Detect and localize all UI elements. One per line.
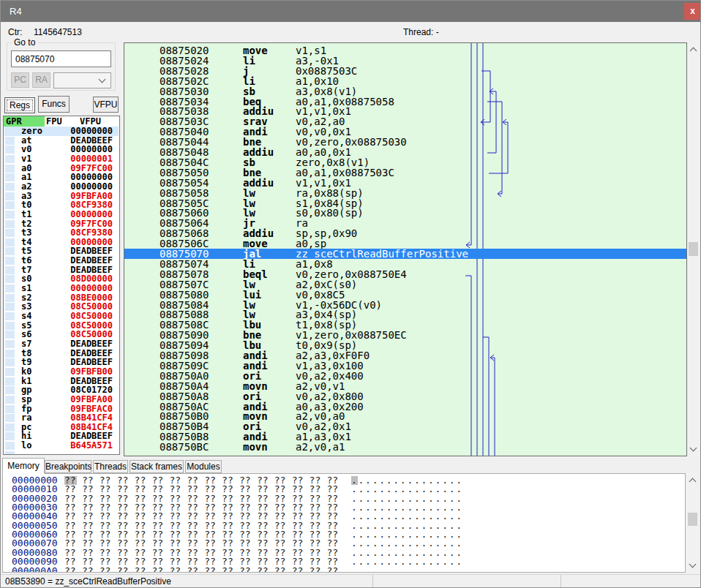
register-row-v1[interactable]: v100000001 bbox=[4, 154, 119, 164]
register-row-a2[interactable]: a200000000 bbox=[4, 182, 119, 192]
disasm-line[interactable]: 08875020movev1,s1 bbox=[124, 45, 686, 56]
disasm-line[interactable]: 0887509Candiv1,a3,0x100 bbox=[124, 361, 686, 371]
disasm-line[interactable]: 0887507Clwa2,0xC(s0) bbox=[124, 279, 686, 290]
memory-byte[interactable]: ?? bbox=[64, 567, 77, 573]
tab-stack-frames[interactable]: Stack frames bbox=[130, 460, 184, 473]
tab-breakpoints[interactable]: Breakpoints bbox=[45, 460, 91, 473]
register-row-k0[interactable]: k009FBFB00 bbox=[4, 367, 119, 377]
scrollbar-thumb[interactable] bbox=[688, 513, 697, 526]
memory-byte[interactable]: ?? bbox=[310, 567, 322, 573]
memory-byte[interactable]: ?? bbox=[169, 567, 181, 573]
vfpu-button[interactable]: VFPU bbox=[93, 97, 119, 113]
memory-ascii-char[interactable]: . bbox=[372, 567, 379, 573]
disasm-line[interactable]: 08875050bnea0,a1,0x0887503C bbox=[124, 167, 686, 178]
tab-memory[interactable]: Memory bbox=[2, 458, 45, 474]
register-row-t1[interactable]: t100000000 bbox=[4, 210, 119, 219]
disasm-line[interactable]: 08875068addiusp,sp,0x90 bbox=[124, 228, 686, 238]
disasm-line[interactable]: 088750A0oriv0,a2,0x400 bbox=[124, 371, 686, 381]
memory-byte[interactable]: ?? bbox=[82, 567, 94, 573]
memory-byte[interactable]: ?? bbox=[292, 567, 304, 573]
register-row-lo[interactable]: loB645A571 bbox=[4, 441, 119, 451]
disasm-line[interactable]: 08875058lwra,0x88(sp) bbox=[124, 188, 686, 198]
title-bar[interactable]: R4 x bbox=[1, 1, 701, 22]
pc-button[interactable]: PC bbox=[11, 72, 29, 88]
memory-view[interactable]: 00000000????????????????????????????????… bbox=[2, 473, 686, 573]
memory-ascii-char[interactable]: . bbox=[414, 567, 421, 573]
disasm-line[interactable]: 088750B8andia1,a3,0x1 bbox=[124, 431, 686, 442]
memory-byte[interactable]: ?? bbox=[152, 567, 165, 573]
disasm-line[interactable]: 08875078beqlv0,zero,0x088750E4 bbox=[124, 269, 686, 279]
memory-byte[interactable]: ?? bbox=[135, 567, 147, 573]
disasm-line[interactable]: 08875064jrra bbox=[124, 218, 686, 228]
disasm-line[interactable]: 08875098andia2,a3,0xF0F0 bbox=[124, 350, 686, 361]
disasm-line[interactable]: 0887503Csravv0,a2,a0 bbox=[124, 116, 686, 127]
memory-ascii-char[interactable]: . bbox=[351, 567, 358, 573]
goto-address-input[interactable] bbox=[11, 50, 111, 67]
disasm-line[interactable]: 08875048addiua0,a0,0x1 bbox=[124, 147, 686, 157]
memory-ascii-char[interactable]: . bbox=[456, 567, 462, 573]
memory-ascii-char[interactable]: . bbox=[449, 567, 456, 573]
memory-ascii-char[interactable]: . bbox=[442, 567, 449, 573]
column-gpr[interactable]: GPR bbox=[4, 116, 45, 127]
disasm-line[interactable]: 08875088lwa3,0x4(sp) bbox=[124, 309, 686, 320]
memory-byte[interactable]: ?? bbox=[100, 567, 112, 573]
disasm-line[interactable]: 08875090bnev1,zero,0x088750EC bbox=[124, 330, 686, 340]
scrollbar-thumb[interactable] bbox=[689, 242, 698, 256]
memory-byte[interactable]: ?? bbox=[187, 567, 199, 573]
disasm-line[interactable]: 088750A8oriv0,a2,0x800 bbox=[124, 391, 686, 402]
disasm-line[interactable]: 088750A4movna2,v0,v1 bbox=[124, 381, 686, 391]
scroll-down-icon[interactable] bbox=[690, 445, 697, 452]
close-button[interactable]: x bbox=[684, 3, 701, 20]
memory-ascii-char[interactable]: . bbox=[393, 567, 400, 573]
memory-byte[interactable]: ?? bbox=[204, 567, 217, 573]
memory-ascii-char[interactable]: . bbox=[407, 567, 413, 573]
column-vfpu[interactable]: VFPU bbox=[80, 116, 101, 127]
disasm-line[interactable]: 0887502Clia1,0x10 bbox=[124, 76, 686, 86]
disasm-line-current[interactable]: 08875070jalzz_sceCtrlReadBufferPositive bbox=[124, 249, 686, 259]
memory-byte[interactable]: ?? bbox=[257, 567, 269, 573]
memory-ascii-char[interactable]: . bbox=[379, 567, 386, 573]
memory-row[interactable]: 000000A0????????????????????????????????… bbox=[3, 567, 683, 573]
disasm-line[interactable]: 08875040andiv0,v0,0x1 bbox=[124, 127, 686, 137]
disasm-line[interactable]: 0887508Clbut1,0x8(sp) bbox=[124, 320, 686, 330]
disasm-line[interactable]: 0887504Csbzero,0x8(v1) bbox=[124, 157, 686, 167]
memory-ascii-char[interactable]: . bbox=[365, 567, 372, 573]
disasm-line[interactable]: 08875044bnev0,zero,0x08875030 bbox=[124, 137, 686, 147]
disasm-line[interactable]: 0887505Clws1,0x84(sp) bbox=[124, 198, 686, 208]
memory-ascii-char[interactable]: . bbox=[400, 567, 407, 573]
memory-ascii-char[interactable]: . bbox=[359, 567, 365, 573]
memory-ascii-char[interactable]: . bbox=[421, 567, 428, 573]
disasm-line[interactable]: 08875038addiuv1,v1,0x1 bbox=[124, 106, 686, 116]
disasm-line[interactable]: 08875094lbut0,0x9(sp) bbox=[124, 340, 686, 350]
memory-ascii-char[interactable]: . bbox=[428, 567, 435, 573]
disasm-line[interactable]: 08875084lwv1,-0x56DC(v0) bbox=[124, 300, 686, 310]
scroll-down-icon[interactable] bbox=[689, 561, 697, 568]
memory-ascii-char[interactable]: . bbox=[435, 567, 442, 573]
register-row-sp[interactable]: sp09FBFA00 bbox=[4, 395, 119, 404]
tab-modules[interactable]: Modules bbox=[185, 460, 222, 473]
ra-button[interactable]: RA bbox=[32, 72, 50, 88]
memory-byte[interactable]: ?? bbox=[274, 567, 287, 573]
scroll-up-icon[interactable] bbox=[690, 48, 697, 55]
memory-ascii-char[interactable]: . bbox=[386, 567, 393, 573]
disasm-line[interactable]: 0887506Cmovea0,sp bbox=[124, 238, 686, 249]
register-list[interactable]: GPR FPU VFPU zero00000000atDEADBEEFv0000… bbox=[3, 116, 120, 455]
disasm-line[interactable]: 08875060lws0,0x80(sp) bbox=[124, 208, 686, 218]
disasm-line[interactable]: 08875054addiuv1,v1,0x1 bbox=[124, 178, 686, 188]
memory-scrollbar[interactable] bbox=[686, 473, 699, 573]
tab-regs[interactable]: Regs bbox=[4, 97, 35, 113]
memory-byte[interactable]: ?? bbox=[239, 567, 252, 573]
tab-funcs[interactable]: Funcs bbox=[38, 96, 70, 113]
disasm-line[interactable]: 08875080luiv0,0x8C5 bbox=[124, 290, 686, 300]
disasm-line[interactable]: 088750ACandia0,a3,0x200 bbox=[124, 402, 686, 412]
disasm-line[interactable]: 088750BCmovna2,v0,a1 bbox=[124, 442, 686, 452]
column-fpu[interactable]: FPU bbox=[46, 116, 62, 127]
disasm-line[interactable]: 088750B4oriv0,a2,0x1 bbox=[124, 421, 686, 431]
tab-threads[interactable]: Threads bbox=[93, 460, 128, 473]
disasm-line[interactable]: 08875028j0x0887503C bbox=[124, 66, 686, 76]
scroll-up-icon[interactable] bbox=[689, 478, 697, 486]
disassembly-scrollbar[interactable] bbox=[687, 42, 700, 456]
disasm-line[interactable]: 08875024lia3,-0x1 bbox=[124, 56, 686, 66]
disasm-line[interactable]: 08875034beqa0,a1,0x08875058 bbox=[124, 97, 686, 107]
disassembly-view[interactable]: 08875020movev1,s108875024lia3,-0x1088750… bbox=[124, 42, 687, 456]
